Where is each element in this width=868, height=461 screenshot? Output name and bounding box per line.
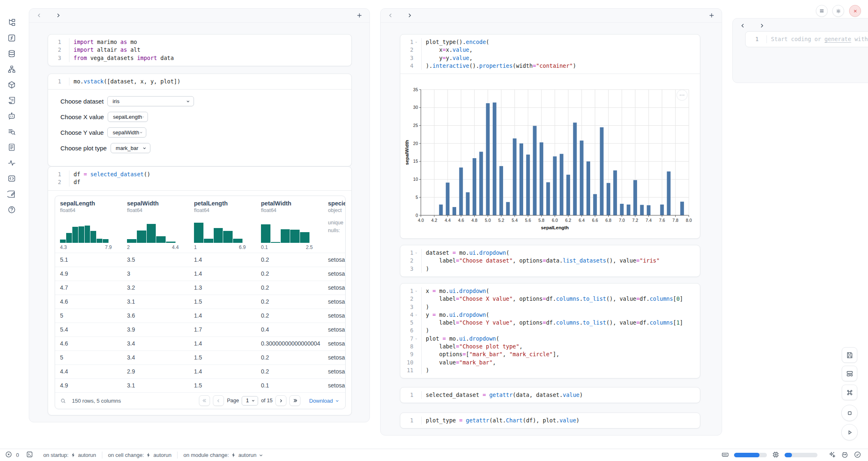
error-count-icon[interactable] [5,451,12,459]
close-icon[interactable] [849,5,861,17]
column-left-icon[interactable] [386,12,395,20]
run-button[interactable] [841,424,858,440]
download-button[interactable]: Download [309,398,339,404]
autorun-setting[interactable]: on startup:autorun [37,452,102,458]
code-line[interactable]: 1df = selected_dataset() [51,171,347,178]
code-line[interactable]: 8 label="Choose plot type", [403,343,696,350]
code-line[interactable]: 3 y=y.value, [403,54,696,62]
fold-marker[interactable]: › [412,336,420,341]
page-select[interactable]: 1 [242,396,258,406]
dropdown-select[interactable]: mark_bar [111,143,150,153]
code-line[interactable]: 2import altair as alt [51,46,347,54]
database-icon[interactable] [7,49,16,58]
file-tree-icon[interactable] [7,18,16,27]
stop-button[interactable] [841,405,858,421]
previous-page-button[interactable] [213,395,224,406]
code-line[interactable]: 1selected_dataset = getattr(data, datase… [403,391,696,399]
save-button[interactable] [842,347,857,363]
chart-menu-icon[interactable] [676,90,688,101]
code-line[interactable]: 1mo.vstack([dataset, x, y, plot]) [51,78,347,85]
code-line[interactable]: 3from vega_datasets import data [51,54,347,62]
cell-xy-plot-dropdowns[interactable]: 1›x = mo.ui.dropdown(2 label="Choose X v… [400,283,700,378]
chat-icon[interactable] [7,112,16,120]
cell-dataset-dropdown[interactable]: 1›dataset = mo.ui.dropdown(2 label="Choo… [400,245,700,277]
code-line[interactable]: 2df [51,178,347,186]
command-button[interactable] [842,385,857,400]
gear-icon[interactable] [832,5,844,17]
code-line[interactable]: 1import marimo as mo [51,38,347,46]
dropdown-select[interactable]: iris [107,96,194,106]
next-page-button[interactable] [275,395,286,406]
column-right-icon[interactable] [54,12,62,20]
code-line[interactable]: 5 label="Choose Y value", options=df.col… [403,319,696,327]
code-line[interactable]: 4›y = mo.ui.dropdown( [403,311,696,319]
table-column-header[interactable]: sepalWidthfloat6424.4 [122,196,189,253]
autorun-setting[interactable]: on cell change:autorun [102,452,178,458]
document-icon[interactable] [7,143,16,152]
dependency-graph-icon[interactable] [7,65,16,74]
code-line[interactable]: 1›dataset = mo.ui.dropdown( [403,249,696,257]
code-line[interactable]: 7›plot = mo.ui.dropdown( [403,335,696,343]
cell-plot-type[interactable]: 1plot_type = getattr(alt.Chart(df), plot… [400,413,700,429]
layout-button[interactable] [842,366,857,381]
code-line[interactable]: 3) [403,265,696,273]
column-left-icon[interactable] [739,21,747,30]
column-right-icon[interactable] [405,12,413,20]
code-line[interactable]: 1›plot_type().encode( [403,38,696,46]
script-icon[interactable] [7,96,16,105]
autorun-setting[interactable]: on module change:autorun [178,452,269,458]
column-right-icon[interactable] [757,21,766,30]
fold-marker[interactable]: › [412,39,420,45]
cell-dataframe[interactable]: 1df = selected_dataset()2df sepalLengthf… [48,166,352,415]
fold-marker[interactable]: › [412,288,420,294]
add-cell-icon[interactable] [355,11,364,20]
table-cell: 0.2 [256,281,323,295]
help-icon[interactable] [7,205,16,214]
last-page-button[interactable] [289,395,300,406]
code-line[interactable]: 1plot_type = getattr(alt.Chart(df), plot… [403,417,696,424]
code-line[interactable]: 9 options=["mark_bar", "mark_circle"], [403,350,696,358]
fold-marker[interactable]: › [412,312,420,318]
table-cell: 4.6 [55,337,122,350]
search-icon[interactable] [60,398,66,404]
menu-icon[interactable] [816,5,828,17]
table-column-header[interactable]: speciesobjectuniquenulls: [323,196,345,253]
dropdown-select[interactable]: sepalWidth [107,127,146,138]
cell-vstack[interactable]: 1mo.vstack([dataset, x, y, plot]) Choose… [48,74,352,166]
code-line[interactable]: 4).interactive().properties(width="conta… [403,62,696,70]
snippets-icon[interactable] [7,174,16,183]
first-page-button[interactable] [199,395,210,406]
code-line[interactable]: 10 value="mark_bar", [403,359,696,366]
functions-icon[interactable] [7,34,16,42]
tracing-icon[interactable] [7,159,16,167]
column-left-icon[interactable] [35,12,43,20]
table-column-header[interactable]: sepalLengthfloat644.37.9 [55,196,122,253]
terminal-icon[interactable] [26,451,33,459]
code-line[interactable]: 3) [403,303,696,311]
scratchpad-icon[interactable] [7,190,16,198]
table-column-header[interactable]: petalWidthfloat640.12.5 [256,196,323,253]
cell-imports[interactable]: 1import marimo as mo2import altair as al… [48,34,352,66]
cell-plot[interactable]: 1›plot_type().encode(2 x=x.value,3 y=y.v… [400,34,700,239]
code-placeholder[interactable]: Start coding or generate with [766,35,868,43]
code-line[interactable]: 2 label="Choose dataset", options=data.l… [403,257,696,265]
code-line[interactable]: 2 label="Choose X value", options=df.col… [403,295,696,303]
code-line[interactable]: 2 x=x.value, [403,46,696,54]
package-icon[interactable] [7,81,16,89]
cell-selected-dataset[interactable]: 1selected_dataset = getattr(data, datase… [400,387,700,403]
table-column-header[interactable]: petalLengthfloat6416.9 [189,196,256,253]
chart-output[interactable]: 4.04.24.44.64.85.05.25.45.65.86.06.26.46… [400,79,700,236]
logs-icon[interactable] [7,127,16,136]
bar [667,171,671,215]
assistant-icon[interactable] [841,451,849,460]
dropdown-select[interactable]: sepalLength [108,112,148,122]
fold-marker[interactable]: › [412,250,420,256]
cell-empty[interactable]: 1 Start coding or generate with [745,31,868,47]
code-line[interactable]: 6) [403,327,696,334]
connection-status-icon[interactable] [854,451,861,460]
code-line[interactable]: 1›x = mo.ui.dropdown( [403,287,696,295]
add-cell-icon[interactable] [707,11,716,20]
ai-sparkles-icon[interactable] [828,451,836,460]
code-line[interactable]: 11) [403,366,696,374]
generate-link[interactable]: generate [824,36,851,42]
